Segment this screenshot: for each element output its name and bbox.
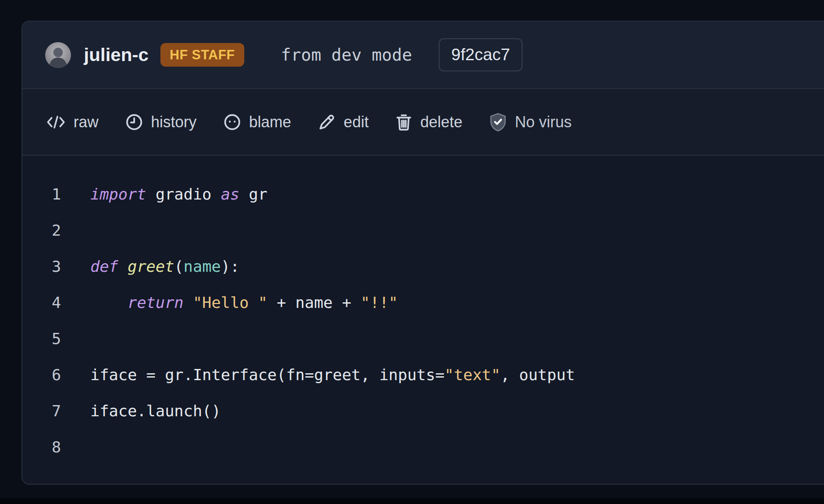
line-number[interactable]: 8 [22, 429, 61, 465]
raw-button[interactable]: raw [46, 113, 98, 131]
hf-staff-badge: HF STAFF [160, 43, 245, 67]
trash-icon [395, 113, 412, 131]
commit-header: julien-c HF STAFF from dev mode 9f2cac7 [22, 22, 824, 89]
history-button[interactable]: history [125, 113, 197, 131]
code-text: iface.launch() [90, 393, 221, 429]
file-toolbar: rawhistoryblameeditdeleteNo virus [22, 89, 824, 156]
tool-label: raw [74, 113, 98, 131]
code-line: 4 return "Hello " + name + "!!" [22, 285, 824, 321]
code-text: return "Hello " + name + "!!" [90, 285, 398, 321]
code-text: iface = gr.Interface(fn=greet, inputs="t… [90, 357, 575, 393]
code-viewer: 1import gradio as gr23def greet(name):4 … [22, 156, 824, 484]
code-text: def greet(name): [90, 249, 240, 285]
tool-label: delete [420, 113, 462, 131]
username-link[interactable]: julien-c [84, 44, 149, 65]
commit-message-link[interactable]: from dev mode [281, 45, 412, 65]
line-number[interactable]: 1 [22, 176, 61, 212]
line-number[interactable]: 4 [22, 285, 61, 321]
code-line: 7iface.launch() [22, 393, 824, 429]
code-icon [46, 114, 66, 131]
delete-button[interactable]: delete [395, 113, 462, 131]
bottom-divider [0, 498, 824, 504]
pencil-icon [318, 113, 336, 131]
tool-label: blame [249, 113, 291, 131]
code-line: 1import gradio as gr [22, 176, 824, 212]
shield-check-icon [489, 112, 507, 132]
avatar-person-icon [45, 42, 71, 68]
line-number[interactable]: 3 [22, 249, 61, 285]
code-line: 8 [22, 429, 824, 465]
line-number[interactable]: 7 [22, 393, 61, 429]
tool-label: history [151, 113, 197, 131]
code-text: import gradio as gr [90, 176, 267, 212]
virus-scan-status: No virus [489, 112, 572, 132]
line-number[interactable]: 6 [22, 357, 61, 393]
code-line: 5 [22, 321, 824, 357]
status-label: No virus [515, 113, 572, 131]
code-line: 6iface = gr.Interface(fn=greet, inputs="… [22, 357, 824, 393]
edit-button[interactable]: edit [318, 113, 369, 131]
commit-hash-button[interactable]: 9f2cac7 [439, 38, 523, 71]
blame-button[interactable]: blame [223, 113, 291, 131]
line-number[interactable]: 5 [22, 321, 61, 357]
file-viewer-card: julien-c HF STAFF from dev mode 9f2cac7 … [22, 21, 824, 485]
avatar[interactable] [45, 42, 71, 68]
clock-icon [125, 113, 143, 131]
line-number[interactable]: 2 [22, 212, 61, 249]
code-line: 2 [22, 212, 824, 249]
code-line: 3def greet(name): [22, 249, 824, 285]
smiley-icon [223, 113, 241, 131]
tool-label: edit [344, 113, 369, 131]
